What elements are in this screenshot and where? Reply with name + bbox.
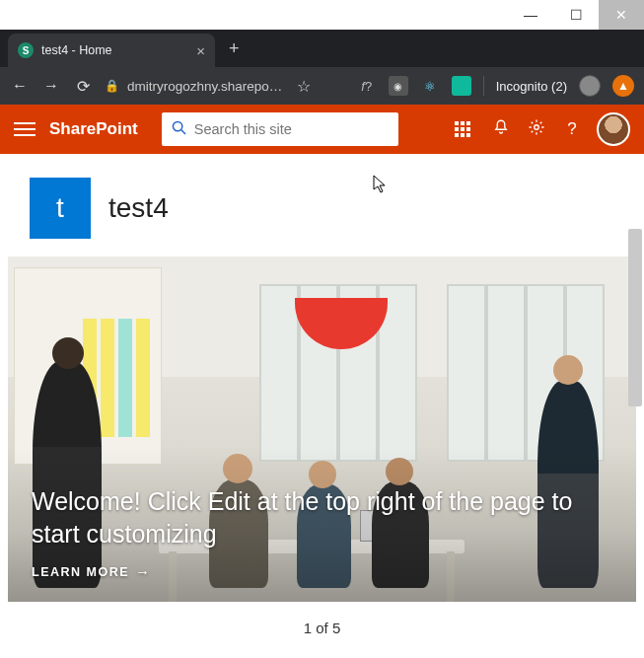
extension-camera-icon[interactable]: ◉ xyxy=(389,76,408,96)
notifications-button[interactable] xyxy=(490,118,512,141)
url-text: dmitryrogozhny.sharepo… xyxy=(127,79,282,94)
app-launcher-button[interactable] xyxy=(455,121,476,137)
incognito-avatar-icon[interactable] xyxy=(579,75,601,97)
browser-toolbar: ← → ⟳ 🔒 dmitryrogozhny.sharepo… ☆ f? ◉ ⚛… xyxy=(0,67,644,105)
hero-image-window xyxy=(447,284,605,462)
svg-point-0 xyxy=(173,121,181,130)
extension-f-icon[interactable]: f? xyxy=(357,76,377,96)
search-box[interactable] xyxy=(162,112,398,146)
carousel-pager: 1 of 5 xyxy=(4,602,640,654)
vertical-scrollbar[interactable] xyxy=(628,229,642,564)
svg-point-2 xyxy=(535,124,539,129)
react-devtools-icon[interactable]: ⚛ xyxy=(420,76,440,96)
close-tab-icon[interactable]: × xyxy=(196,42,205,59)
site-logo[interactable]: t xyxy=(30,178,91,239)
address-bar[interactable]: 🔒 dmitryrogozhny.sharepo… xyxy=(105,79,282,94)
sharepoint-favicon-icon: S xyxy=(18,42,34,58)
sharepoint-suite-bar: SharePoint ? xyxy=(0,105,644,154)
bell-icon xyxy=(492,118,510,136)
help-button[interactable]: ? xyxy=(561,119,583,139)
incognito-indicator[interactable]: Incognito (2) xyxy=(496,79,567,94)
settings-button[interactable] xyxy=(526,118,547,141)
hero-image-whiteboard xyxy=(14,267,162,465)
tab-title: test4 - Home xyxy=(41,43,188,57)
window-maximize-button[interactable]: ☐ xyxy=(553,0,599,30)
hero-image-sticky-notes xyxy=(83,319,172,437)
pager-text: 1 of 5 xyxy=(304,620,341,636)
new-tab-button[interactable]: + xyxy=(229,38,240,59)
back-button[interactable]: ← xyxy=(10,77,30,95)
hero-webpart[interactable]: Welcome! Click Edit at the top right of … xyxy=(8,256,636,602)
profile-avatar[interactable] xyxy=(597,112,630,146)
reload-button[interactable]: ⟳ xyxy=(73,77,93,96)
learn-more-link[interactable]: LEARN MORE → xyxy=(32,563,577,580)
sharepoint-brand[interactable]: SharePoint xyxy=(49,119,138,139)
hero-overlay: Welcome! Click Edit at the top right of … xyxy=(32,485,577,580)
arrow-right-icon: → xyxy=(135,563,152,580)
search-icon xyxy=(172,120,186,138)
page-content: Welcome! Click Edit at the top right of … xyxy=(0,256,644,654)
browser-tab-strip: S test4 - Home × + xyxy=(0,30,644,67)
window-controls: — ☐ ✕ xyxy=(0,0,644,30)
scrollbar-thumb[interactable] xyxy=(628,229,642,406)
site-title: test4 xyxy=(108,192,169,224)
bookmark-star-icon[interactable]: ☆ xyxy=(294,77,314,96)
search-input[interactable] xyxy=(194,121,389,137)
forward-button[interactable]: → xyxy=(41,77,61,95)
lock-icon: 🔒 xyxy=(105,79,119,93)
extension-green-icon[interactable] xyxy=(452,76,471,96)
svg-line-1 xyxy=(181,130,185,134)
nav-menu-button[interactable] xyxy=(14,122,36,136)
learn-more-label: LEARN MORE xyxy=(32,565,129,579)
hero-title: Welcome! Click Edit at the top right of … xyxy=(32,485,577,549)
waffle-icon xyxy=(455,121,476,137)
browser-tab[interactable]: S test4 - Home × xyxy=(8,34,215,67)
extension-orange-icon[interactable]: ▲ xyxy=(612,75,634,97)
site-header: t test4 xyxy=(0,154,644,256)
window-close-button[interactable]: ✕ xyxy=(599,0,644,30)
gear-icon xyxy=(528,118,545,136)
hero-image-lamp xyxy=(295,298,388,349)
extension-icons: f? ◉ ⚛ xyxy=(357,76,471,96)
hero-image-window xyxy=(259,284,417,462)
window-minimize-button[interactable]: — xyxy=(508,0,553,30)
